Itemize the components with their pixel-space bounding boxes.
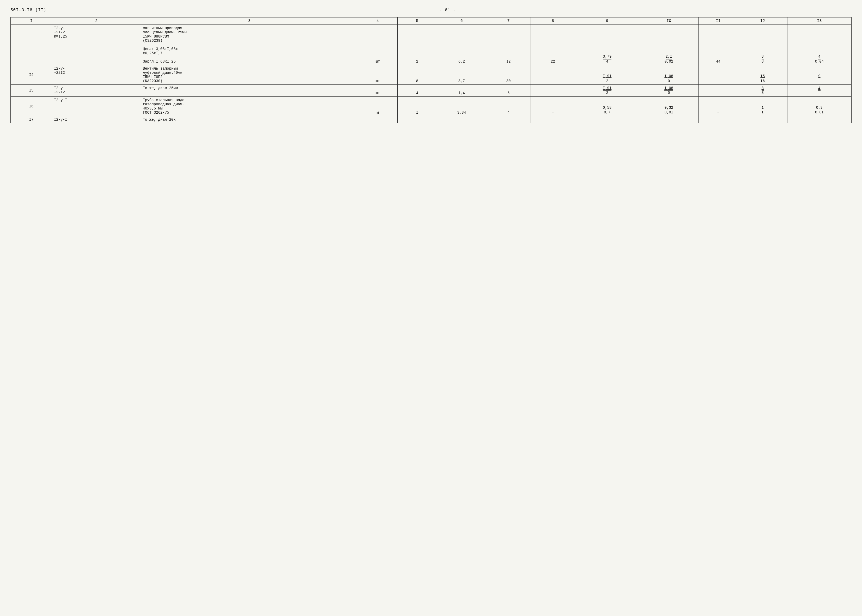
- cell-col13: 9–: [787, 65, 851, 85]
- cell-col13: [787, 116, 851, 123]
- table-row: I2-у- -2I72 К=I,25магнитным приводомфлан…: [11, 25, 852, 65]
- cell-unit: шт: [358, 85, 397, 97]
- cell-col6: 6,2: [437, 25, 486, 65]
- col-header-7: 7: [486, 17, 531, 25]
- cell-description: Труба стальная водо-газопроводная диам.4…: [141, 96, 358, 116]
- cell-row-num: I7: [11, 116, 52, 123]
- cell-col9: I,9I2: [575, 85, 639, 97]
- cell-code: I2-у- -2I72 К=I,25: [52, 25, 141, 65]
- cell-col12: 1I: [738, 96, 787, 116]
- cell-unit: [358, 116, 397, 123]
- cell-col8: –: [531, 85, 575, 97]
- cell-code: I2-у- -22I2: [52, 65, 141, 85]
- cell-description: То же, диам.25мм: [141, 85, 358, 97]
- cell-qty: 8: [397, 65, 437, 85]
- table-header-row: I 2 3 4 5 6 7 8 9 IO II I2 I3: [11, 17, 852, 25]
- cell-col12: [738, 116, 787, 123]
- cell-description: магнитным приводомфланцевым диам. 25ммI5…: [141, 25, 358, 65]
- cell-code: I2-у- -22I2: [52, 85, 141, 97]
- cell-col6: [437, 116, 486, 123]
- cell-col12: I5I6: [738, 65, 787, 85]
- col-header-9: 9: [575, 17, 639, 25]
- col-header-8: 8: [531, 17, 575, 25]
- col-header-5: 5: [397, 17, 437, 25]
- cell-col10: I,080: [639, 65, 698, 85]
- cell-col11: 44: [698, 25, 738, 65]
- table-row: I5I2-у- -22I2То же, диам.25ммшт4I,46–I,9…: [11, 85, 852, 97]
- cell-col12: 88: [738, 85, 787, 97]
- col-header-1: I: [11, 17, 52, 25]
- cell-col11: –: [698, 85, 738, 97]
- col-header-10: IO: [639, 17, 698, 25]
- cell-col6: 3,84: [437, 96, 486, 116]
- cell-col9: 3,794: [575, 25, 639, 65]
- cell-description: Вентиль запорныймуфтовый диам.40ммI5КЧ I…: [141, 65, 358, 85]
- cell-qty: 2: [397, 25, 437, 65]
- cell-unit: шт: [358, 65, 397, 85]
- cell-col10: 2,I0,02: [639, 25, 698, 65]
- cell-qty: 4: [397, 85, 437, 97]
- cell-col11: [698, 116, 738, 123]
- table-row: I6I2-у-IТруба стальная водо-газопроводна…: [11, 96, 852, 116]
- header-spacer: [849, 8, 852, 13]
- table-row: I4I2-у- -22I2Вентиль запорныймуфтовый ди…: [11, 65, 852, 85]
- cell-code: I2-у-I: [52, 116, 141, 123]
- cell-col8: –: [531, 65, 575, 85]
- cell-col10: I,080: [639, 85, 698, 97]
- cell-col8: 22: [531, 25, 575, 65]
- col-header-3: 3: [141, 17, 358, 25]
- page-header: 50I-3-I8 (II) - 61 -: [10, 8, 852, 13]
- cell-col13: 40,04: [787, 25, 851, 65]
- cell-col9: 0,580,7: [575, 96, 639, 116]
- col-header-13: I3: [787, 17, 851, 25]
- cell-qty: [397, 116, 437, 123]
- cell-unit: м: [358, 96, 397, 116]
- cell-col10: 0,320,0I: [639, 96, 698, 116]
- col-header-12: I2: [738, 17, 787, 25]
- cell-col7: 30: [486, 65, 531, 85]
- cell-col7: [486, 116, 531, 123]
- cell-col10: [639, 116, 698, 123]
- col-header-2: 2: [52, 17, 141, 25]
- cell-col8: [531, 116, 575, 123]
- cell-col11: –: [698, 65, 738, 85]
- cell-col6: I,4: [437, 85, 486, 97]
- cell-col11: –: [698, 96, 738, 116]
- page-number: - 61 -: [439, 8, 456, 13]
- cell-col9: [575, 116, 639, 123]
- cell-code: I2-у-I: [52, 96, 141, 116]
- doc-number: 50I-3-I8 (II): [10, 8, 46, 13]
- cell-unit: шт: [358, 25, 397, 65]
- cell-col9: I,9I2: [575, 65, 639, 85]
- table-row: I7I2-у-IТо же, диам.20х: [11, 116, 852, 123]
- cell-row-num: I6: [11, 96, 52, 116]
- cell-col7: I2: [486, 25, 531, 65]
- cell-col12: 88: [738, 25, 787, 65]
- cell-row-num: I5: [11, 85, 52, 97]
- cell-col7: 6: [486, 85, 531, 97]
- cell-col13: 4–: [787, 85, 851, 97]
- col-header-6: 6: [437, 17, 486, 25]
- cell-col8: –: [531, 96, 575, 116]
- cell-col6: 3,7: [437, 65, 486, 85]
- cell-row-num: [11, 25, 52, 65]
- cell-qty: I: [397, 96, 437, 116]
- cell-row-num: I4: [11, 65, 52, 85]
- cell-col13: 0,30,0I: [787, 96, 851, 116]
- cell-description: То же, диам.20х: [141, 116, 358, 123]
- main-table: I 2 3 4 5 6 7 8 9 IO II I2 I3 I2-у- -2I7…: [10, 17, 852, 123]
- cell-col7: 4: [486, 96, 531, 116]
- col-header-11: II: [698, 17, 738, 25]
- col-header-4: 4: [358, 17, 397, 25]
